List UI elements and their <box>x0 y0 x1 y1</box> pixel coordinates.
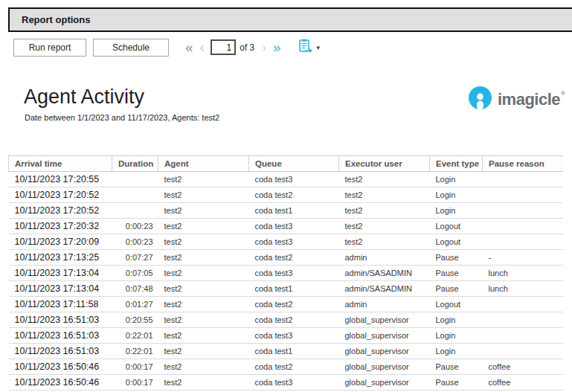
cell-arrival-time: 10/11/2023 16:51:03 <box>9 312 112 328</box>
cell-queue: coda test2 <box>249 250 339 266</box>
cell-pause-reason <box>483 234 563 250</box>
cell-executor-user: global_supervisor <box>339 375 430 391</box>
table-row: 10/11/2023 17:11:580:01:27test2coda test… <box>9 297 563 312</box>
table-row: 10/11/2023 16:50:460:00:17test2coda test… <box>9 375 563 391</box>
cell-queue: coda test2 <box>249 297 339 312</box>
cell-arrival-time: 10/11/2023 16:50:46 <box>9 359 112 375</box>
table-row: 10/11/2023 17:13:040:07:48test2coda test… <box>9 281 563 297</box>
export-dropdown-caret-icon[interactable]: ▾ <box>317 44 321 51</box>
cell-duration: 0:20:55 <box>112 312 158 328</box>
report-filter-summary: Date between 1/1/2023 and 11/17/2023, Ag… <box>25 113 219 122</box>
cell-queue: coda test3 <box>249 375 339 391</box>
cell-event-type: Pause <box>430 375 483 391</box>
last-page-icon[interactable]: » <box>273 40 281 54</box>
cell-agent: test2 <box>158 281 249 297</box>
cell-executor-user: global_supervisor <box>339 344 430 359</box>
table-row: 10/11/2023 16:50:460:00:17test2coda test… <box>9 359 563 375</box>
cell-executor-user: test2 <box>339 172 430 187</box>
cell-agent: test2 <box>158 297 249 312</box>
export-button[interactable]: ▾ <box>298 39 321 57</box>
toolbar: Run report Schedule « ‹ of 3 › » ▾ <box>13 38 320 57</box>
cell-agent: test2 <box>158 219 249 234</box>
cell-duration: 0:00:23 <box>112 219 158 234</box>
cell-arrival-time: 10/11/2023 17:20:52 <box>9 187 112 203</box>
cell-arrival-time: 10/11/2023 17:20:52 <box>9 203 112 219</box>
cell-executor-user: admin <box>339 297 430 312</box>
cell-duration: 0:22:01 <box>112 344 158 359</box>
table-row: 10/11/2023 17:20:55test2coda test3test2L… <box>9 172 563 187</box>
cell-executor-user: admin/SASADMIN <box>339 281 430 297</box>
cell-event-type: Pause <box>430 281 483 297</box>
cell-queue: coda test2 <box>249 359 339 375</box>
previous-page-icon[interactable]: ‹ <box>200 41 205 54</box>
cell-executor-user: admin <box>339 250 430 266</box>
cell-duration: 0:07:48 <box>112 281 158 297</box>
cell-duration <box>112 187 158 203</box>
report-options-header[interactable]: Report options <box>8 7 572 32</box>
cell-pause-reason <box>483 172 563 187</box>
brand-logo: imagicle® <box>469 86 565 112</box>
cell-event-type: Login <box>430 187 483 203</box>
cell-event-type: Pause <box>430 359 483 375</box>
cell-arrival-time: 10/11/2023 17:20:09 <box>9 234 112 250</box>
cell-arrival-time: 10/11/2023 16:50:46 <box>9 375 112 391</box>
brand-name: imagicle® <box>498 90 565 109</box>
cell-pause-reason <box>483 312 563 328</box>
cell-duration: 0:07:05 <box>112 266 158 281</box>
cell-pause-reason: coffee <box>483 359 563 375</box>
cell-agent: test2 <box>158 375 249 391</box>
run-report-button[interactable]: Run report <box>13 39 86 57</box>
report-page: Report options Run report Schedule « ‹ o… <box>0 0 572 392</box>
cell-queue: coda test3 <box>249 266 339 281</box>
schedule-button[interactable]: Schedule <box>93 39 169 57</box>
col-header-executor-user: Executor user <box>339 156 430 172</box>
cell-arrival-time: 10/11/2023 17:13:04 <box>9 281 112 297</box>
cell-agent: test2 <box>158 203 249 219</box>
agent-activity-table: Arrival time Duration Agent Queue Execut… <box>8 155 562 392</box>
table-row: 10/11/2023 16:51:030:20:55test2coda test… <box>9 312 563 328</box>
table-header-row: Arrival time Duration Agent Queue Execut… <box>9 156 563 172</box>
cell-queue: coda test3 <box>249 172 339 187</box>
cell-event-type: Login <box>430 172 483 187</box>
cell-pause-reason: - <box>483 250 563 266</box>
cell-duration: 0:00:17 <box>112 359 158 375</box>
page-count-label: of 3 <box>240 42 254 53</box>
cell-executor-user: test2 <box>339 219 430 234</box>
cell-agent: test2 <box>158 359 249 375</box>
first-page-icon[interactable]: « <box>185 40 193 54</box>
cell-event-type: Pause <box>430 266 483 281</box>
table-row: 10/11/2023 17:13:040:07:05test2coda test… <box>9 266 563 281</box>
cell-arrival-time: 10/11/2023 16:51:03 <box>9 344 112 359</box>
cell-queue: coda test3 <box>249 234 339 250</box>
cell-duration <box>112 203 158 219</box>
cell-event-type: Logout <box>430 219 483 234</box>
export-report-icon <box>298 39 313 57</box>
cell-queue: coda test2 <box>249 187 339 203</box>
table-row: 10/11/2023 17:20:52test2coda test2test2L… <box>9 187 563 203</box>
col-header-agent: Agent <box>158 156 249 172</box>
registered-mark: ® <box>561 90 565 97</box>
cell-event-type: Login <box>430 344 483 359</box>
cell-arrival-time: 10/11/2023 17:13:04 <box>9 266 112 281</box>
cell-pause-reason <box>483 344 563 359</box>
next-page-icon[interactable]: › <box>262 41 266 54</box>
cell-executor-user: test2 <box>339 203 430 219</box>
cell-pause-reason <box>483 297 563 312</box>
cell-agent: test2 <box>158 266 249 281</box>
cell-arrival-time: 10/11/2023 17:11:58 <box>9 297 112 312</box>
cell-pause-reason <box>483 328 563 344</box>
cell-pause-reason <box>483 187 563 203</box>
table-row: 10/11/2023 16:51:030:22:01test2coda test… <box>9 344 563 359</box>
cell-queue: coda test2 <box>249 312 339 328</box>
cell-queue: coda test1 <box>249 281 339 297</box>
cell-queue: coda test1 <box>249 344 339 359</box>
cell-arrival-time: 10/11/2023 17:20:55 <box>9 172 112 187</box>
table-row: 10/11/2023 17:20:320:00:23test2coda test… <box>9 219 563 234</box>
cell-duration <box>112 172 158 187</box>
cell-duration: 0:00:23 <box>112 234 158 250</box>
table-body: 10/11/2023 17:20:55test2coda test3test2L… <box>9 172 563 392</box>
cell-executor-user: global_supervisor <box>339 359 430 375</box>
cell-executor-user: test2 <box>339 234 430 250</box>
cell-duration: 0:00:17 <box>112 375 158 391</box>
page-number-input[interactable] <box>211 39 236 55</box>
